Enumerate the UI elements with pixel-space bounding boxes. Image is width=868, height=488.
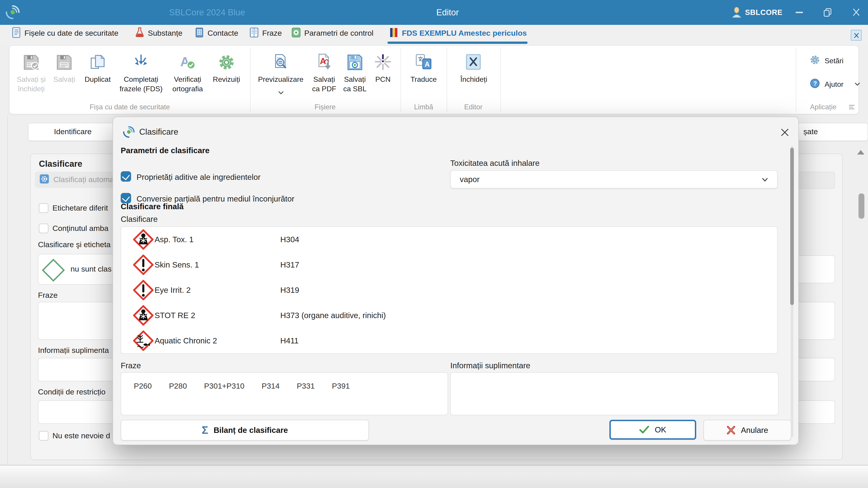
scrollbar-thumb[interactable] xyxy=(859,193,864,219)
sbl-floppy-icon xyxy=(340,49,370,72)
ribbon-button-label: Duplicat xyxy=(80,74,115,84)
section-tab-label: șate xyxy=(803,127,818,136)
dialog-info-label: Informații suplimentare xyxy=(450,361,530,370)
ghs08-health-hazard-icon xyxy=(133,229,154,252)
pcn-button[interactable]: PCN xyxy=(370,49,396,84)
bg-checkbox-labeling-label: Etichetare diferit xyxy=(53,204,108,213)
bg-checkbox-labeling[interactable] xyxy=(39,203,49,213)
toxicity-dropdown[interactable]: vapor xyxy=(450,170,778,188)
duplicate-button[interactable]: Duplicat xyxy=(80,49,115,84)
classification-row[interactable]: Skin Sens. 1 H317 xyxy=(121,252,777,278)
restore-icon[interactable] xyxy=(823,7,833,19)
auto-classify-gear-icon xyxy=(39,174,49,186)
classification-balance-button[interactable]: Σ Bilanț de clasificare xyxy=(121,420,369,441)
ribbon-button-label: Închideți xyxy=(452,74,495,84)
romanian-flag-icon xyxy=(389,26,399,40)
dialog-close-button[interactable] xyxy=(778,125,792,140)
chevron-down-icon xyxy=(278,91,284,95)
review-gear-icon xyxy=(208,49,246,72)
p-phrase: P280 xyxy=(169,382,187,391)
p-phrases-field[interactable]: P260 P280 P301+P310 P314 P331 P391 xyxy=(121,372,448,415)
hazard-statement-code: H319 xyxy=(280,285,299,295)
tab-contacte[interactable]: Contacte xyxy=(194,25,238,42)
bg-info-label: Informații suplimenta xyxy=(38,346,109,355)
bg-checkbox-no-need[interactable] xyxy=(39,431,49,441)
dialog-info-field[interactable] xyxy=(450,372,778,415)
main-tabbar: Fișele cu date de securitate Substanțe xyxy=(0,25,868,45)
p-phrase: P391 xyxy=(332,382,350,391)
spell-check-button[interactable]: A Verificați ortografia xyxy=(165,49,210,94)
review-button[interactable]: Revizuiți xyxy=(208,49,246,84)
ribbon-button-label: Salvați ca PDF xyxy=(309,74,340,94)
account-name[interactable]: SBLCORE xyxy=(745,0,782,25)
classification-row[interactable]: STOT RE 2 H373 (organe auditive, rinichi… xyxy=(121,303,777,328)
sigma-icon: Σ xyxy=(202,425,208,435)
p-phrase: P301+P310 xyxy=(204,382,245,391)
red-x-icon xyxy=(726,426,736,435)
p-phrase: P331 xyxy=(297,382,315,391)
ghs08-health-hazard-icon xyxy=(133,305,154,328)
bg-checkbox-no-need-label: Nu este nevoie d xyxy=(53,431,110,441)
section-tab-identificare[interactable]: Identificare xyxy=(28,123,118,141)
spell-check-icon: A xyxy=(165,49,210,72)
classification-row[interactable]: Aquatic Chronic 2 H411 xyxy=(121,328,777,353)
bg-checkbox-packaging[interactable] xyxy=(39,224,49,233)
building-icon xyxy=(194,26,204,40)
translate-button[interactable]: A Traduce xyxy=(405,49,442,84)
p-phrase: P314 xyxy=(262,382,280,391)
cancel-button[interactable]: Anulare xyxy=(704,420,791,441)
params-header: Parametri de clasificare xyxy=(121,146,210,156)
tab-substante[interactable]: Substanțe xyxy=(135,25,182,42)
chevron-down-icon xyxy=(855,82,860,86)
ribbon-button-label: Ajutor xyxy=(825,80,844,88)
classification-row[interactable]: Eye Irrit. 2 H319 xyxy=(121,278,777,303)
window-title: Editor xyxy=(389,0,506,25)
bg-restrict-label: Condiții de restricțio xyxy=(38,388,105,397)
tab-parametri-control[interactable]: Parametri de control xyxy=(291,25,373,42)
fill-phrases-button[interactable]: Completați frazele (FDS) xyxy=(114,49,168,94)
hazard-class-name: Eye Irrit. 2 xyxy=(155,285,191,295)
bg-not-classified-label: nu sunt clas xyxy=(70,265,112,274)
save-button[interactable]: Salvați xyxy=(49,49,80,84)
ribbon-group-label: Fișa cu date de securitate xyxy=(90,103,170,111)
close-editor-button[interactable]: Închideți xyxy=(452,49,495,84)
additive-properties-label: Proprietăți aditive ale ingredientelor xyxy=(136,173,260,182)
save-close-icon xyxy=(13,49,49,72)
classification-row[interactable]: Asp. Tox. 1 H304 xyxy=(121,227,777,252)
settings-button[interactable]: Setări xyxy=(810,55,844,67)
close-tab-icon xyxy=(853,32,859,38)
close-icon xyxy=(780,128,789,137)
tab-label: Substanțe xyxy=(148,29,182,38)
minimize-icon[interactable] xyxy=(796,12,803,13)
close-tab-button[interactable] xyxy=(851,30,862,41)
hazard-statement-code: H373 (organe auditive, rinichi) xyxy=(280,311,386,320)
close-window-icon[interactable] xyxy=(852,8,861,19)
dialog-scrollbar-thumb[interactable] xyxy=(790,148,794,305)
ok-button[interactable]: OK xyxy=(610,420,696,440)
scrollbar-up-arrow[interactable] xyxy=(857,150,864,155)
save-as-pdf-button[interactable]: A Salvați ca PDF xyxy=(309,49,340,94)
ribbon-button-label: Setări xyxy=(825,57,844,65)
bg-checkbox-packaging-label: Conţinutul amba xyxy=(53,224,108,233)
hazard-class-name: Asp. Tox. 1 xyxy=(155,235,194,244)
pdf-icon: A xyxy=(309,49,340,72)
ribbon-button-label: Traduce xyxy=(405,74,442,84)
tab-fise-date-securitate[interactable]: Fișele cu date de securitate xyxy=(11,25,119,42)
group-dialog-launcher-icon[interactable] xyxy=(848,103,855,111)
save-and-close-button[interactable]: Salvați și închideți xyxy=(13,49,49,94)
preview-button[interactable]: Previzualizare xyxy=(253,49,309,84)
tab-label: Fișele cu date de securitate xyxy=(24,29,119,38)
help-button[interactable]: ? Ajutor xyxy=(810,78,860,90)
auto-classify-button[interactable]: Clasificați automat xyxy=(35,172,116,188)
additive-properties-checkbox[interactable] xyxy=(121,171,131,182)
phrases-book-icon xyxy=(249,26,259,40)
statusbar xyxy=(0,465,868,488)
tab-fraze[interactable]: Fraze xyxy=(249,25,282,42)
chevron-down-icon xyxy=(762,177,768,182)
tab-fds-exemplu[interactable]: FDS EXEMPLU Amestec periculos xyxy=(389,25,527,42)
flask-icon xyxy=(135,26,145,40)
save-icon xyxy=(49,49,80,72)
save-as-sbl-button[interactable]: Salvați ca SBL xyxy=(340,49,370,94)
tab-label: Contacte xyxy=(208,29,238,38)
duplicate-icon xyxy=(80,49,115,72)
